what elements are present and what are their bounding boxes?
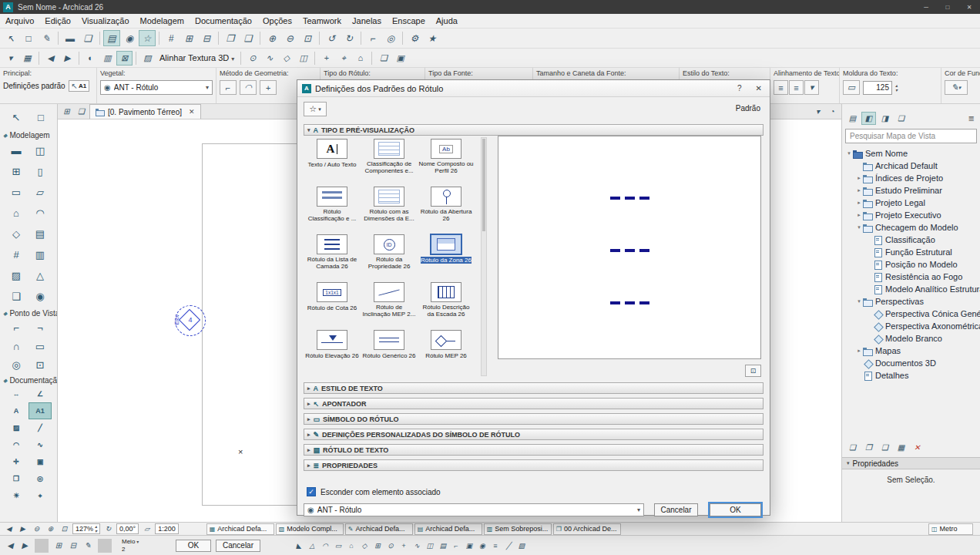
- tree-row[interactable]: Documentos 3D: [842, 357, 980, 369]
- column-tool-icon[interactable]: ▯: [29, 161, 52, 182]
- rotate-view-icon[interactable]: ↻: [102, 523, 115, 534]
- align-texture-dropdown[interactable]: Alinhar Textura 3D▾: [159, 53, 234, 62]
- gravity-icon[interactable]: ⊟: [198, 30, 215, 46]
- drawing-scale[interactable]: 1:200: [155, 523, 179, 534]
- zoom-in-icon[interactable]: ⊕: [263, 30, 280, 46]
- rotation-angle[interactable]: 0,00°: [116, 523, 139, 534]
- model-filter-tab[interactable]: ▧Modelo Compl...: [276, 523, 344, 535]
- grid-toggle-icon[interactable]: ⊞: [60, 106, 73, 118]
- zoom-in-icon[interactable]: ⊕: [44, 523, 57, 534]
- worksheet-tool-icon[interactable]: ▭: [29, 337, 52, 355]
- view-map-search-input[interactable]: [845, 129, 977, 143]
- morph-tool-icon[interactable]: ◇: [5, 224, 28, 244]
- ungroup-icon[interactable]: ❑: [240, 30, 257, 46]
- dialog-titlebar[interactable]: A Definições dos Padrões do Rótulo ? ✕: [297, 80, 770, 97]
- dialog-section-header[interactable]: ▸ ✎ DEFINIÇÕES PERSONALIZADAS DO SÍMBOLO…: [304, 429, 764, 440]
- roof-tool-icon[interactable]: ⌂: [5, 203, 28, 224]
- tree-row[interactable]: Função Estrutural: [842, 246, 980, 258]
- type-rotulo-dimensoes[interactable]: Rótulo com as Dimensões da E...: [361, 185, 418, 233]
- render-icon[interactable]: ◫: [295, 51, 311, 66]
- new-view-icon[interactable]: ❐: [861, 441, 876, 454]
- elevation-marker[interactable]: Elev 4: [175, 305, 206, 336]
- back-icon[interactable]: ◀: [42, 51, 59, 66]
- fill-icon[interactable]: ▨: [515, 540, 528, 552]
- delete-icon[interactable]: ✕: [910, 441, 925, 454]
- tab-list-icon[interactable]: ❏: [75, 106, 88, 118]
- coord-grid-icon[interactable]: ⊞: [52, 539, 65, 553]
- tree-row[interactable]: Archicad Default: [842, 160, 980, 172]
- hotspot-tool-icon[interactable]: ✛: [5, 453, 28, 470]
- section-icon[interactable]: ⌐: [450, 540, 462, 552]
- tree-chevron-icon[interactable]: ▸: [855, 348, 863, 354]
- stair-tool-icon[interactable]: ▤: [29, 224, 52, 244]
- hatch-icon[interactable]: ▤: [437, 540, 449, 552]
- fit-in-window-icon[interactable]: ⊡: [58, 523, 71, 534]
- toolbox-section-ponto-de-vista[interactable]: ◆ Ponto de Vista: [0, 307, 57, 318]
- overrides-tab[interactable]: ▥Sem Sobreposi...: [484, 523, 552, 535]
- tracker-cancel-button[interactable]: Cancelar: [216, 540, 260, 552]
- dimension-style-tab[interactable]: ❐00 Archicad De...: [553, 523, 621, 535]
- layout-book-icon[interactable]: ◨: [878, 112, 892, 125]
- frame-value-input[interactable]: 125: [863, 81, 892, 95]
- menu-item[interactable]: Janelas: [347, 16, 387, 25]
- type-rotulo-abertura[interactable]: Rótulo da Abertura 26: [418, 185, 475, 233]
- forward-icon[interactable]: ▶: [59, 51, 76, 66]
- diagonal-icon[interactable]: ╱: [502, 540, 515, 552]
- tree-chevron-icon[interactable]: ▸: [855, 212, 863, 218]
- diamond-icon[interactable]: ◇: [358, 540, 371, 552]
- type-rotulo-propriedade[interactable]: ID Rótulo da Propriedade 26: [361, 233, 418, 281]
- geometry-straight-icon[interactable]: ⌐: [220, 80, 237, 95]
- line-tool-icon[interactable]: ╱: [29, 419, 52, 436]
- tree-row[interactable]: Modelo Analítico Estrutural: [842, 283, 980, 295]
- tree-row[interactable]: Modelo Branco: [842, 332, 980, 345]
- last-icon[interactable]: ▶: [18, 539, 32, 553]
- section-marker-icon[interactable]: ⌐: [364, 30, 381, 46]
- window-icon[interactable]: ◫: [424, 540, 436, 552]
- hide-with-element-row[interactable]: ✓ Esconder com elemento associado: [307, 487, 441, 496]
- tab-close-icon[interactable]: ✕: [189, 108, 195, 116]
- roof-icon[interactable]: ⌂: [345, 540, 357, 552]
- bg-pen-dropdown[interactable]: ✎▾: [945, 80, 968, 95]
- wall-tool-icon[interactable]: ▬: [5, 140, 28, 161]
- drawing-tool-icon[interactable]: ❐: [5, 470, 28, 487]
- save-view-icon[interactable]: ▦: [894, 441, 908, 454]
- ok-button[interactable]: OK: [710, 503, 761, 516]
- favorites-icon[interactable]: ☆: [139, 30, 156, 46]
- favorites-button[interactable]: ☆ ▾: [304, 102, 327, 116]
- align-center-icon[interactable]: ≡: [789, 80, 804, 95]
- clone-folder-icon[interactable]: ❑: [878, 441, 892, 454]
- scale-icon[interactable]: ▱: [140, 523, 153, 534]
- camera-icon[interactable]: ◎: [382, 30, 399, 46]
- marquee-icon[interactable]: □: [20, 30, 37, 46]
- pen-sets-icon[interactable]: ◉: [121, 30, 138, 46]
- menu-item[interactable]: Enscape: [387, 16, 431, 25]
- type-rotulo-elevacao[interactable]: Rótulo Elevação 26: [304, 328, 361, 376]
- curtainwall-tool-icon[interactable]: ▥: [29, 244, 52, 265]
- geometry-chain-icon[interactable]: +: [260, 80, 277, 95]
- plus-icon[interactable]: +: [398, 540, 410, 552]
- slab-tool-icon[interactable]: ▱: [29, 182, 52, 203]
- add-icon[interactable]: +: [318, 51, 334, 66]
- snap-icon[interactable]: ⊠: [116, 51, 133, 66]
- default-settings-button[interactable]: Definições padrão: [3, 82, 65, 90]
- menu-item[interactable]: Ajuda: [431, 16, 463, 25]
- menu-item[interactable]: Opções: [257, 16, 297, 25]
- tree-chevron-icon[interactable]: ▾: [845, 150, 853, 156]
- dialog-section-header[interactable]: ▸ ▤ RÓTULO DE TEXTO: [304, 444, 764, 456]
- type-classificacao-componentes[interactable]: Classificação de Componentes e...: [361, 137, 418, 185]
- text-tool-icon[interactable]: A: [5, 402, 28, 419]
- group-icon[interactable]: ❐: [222, 30, 239, 46]
- new-folder-icon[interactable]: ❏: [845, 441, 860, 454]
- panel-icon[interactable]: ❏: [79, 30, 96, 46]
- preview-zoom-button[interactable]: ⊡: [745, 365, 761, 377]
- maximize-button[interactable]: □: [937, 0, 958, 14]
- layer-combination-tab[interactable]: ▤Archicad Defa...: [414, 523, 482, 535]
- tree-row[interactable]: ▸ Projeto Executivo: [842, 209, 980, 221]
- tree-row[interactable]: ▾ Checagem do Modelo: [842, 221, 980, 234]
- beam-tool-icon[interactable]: ▭: [5, 182, 28, 203]
- image-icon[interactable]: ▣: [463, 540, 475, 552]
- frame-spinner[interactable]: ▴▾: [895, 83, 898, 92]
- view-settings-tab[interactable]: ▦Archicad Defa...: [206, 523, 274, 535]
- profile-icon[interactable]: ⊙: [244, 51, 260, 66]
- angle-dimension-tool-icon[interactable]: ∠: [29, 385, 52, 402]
